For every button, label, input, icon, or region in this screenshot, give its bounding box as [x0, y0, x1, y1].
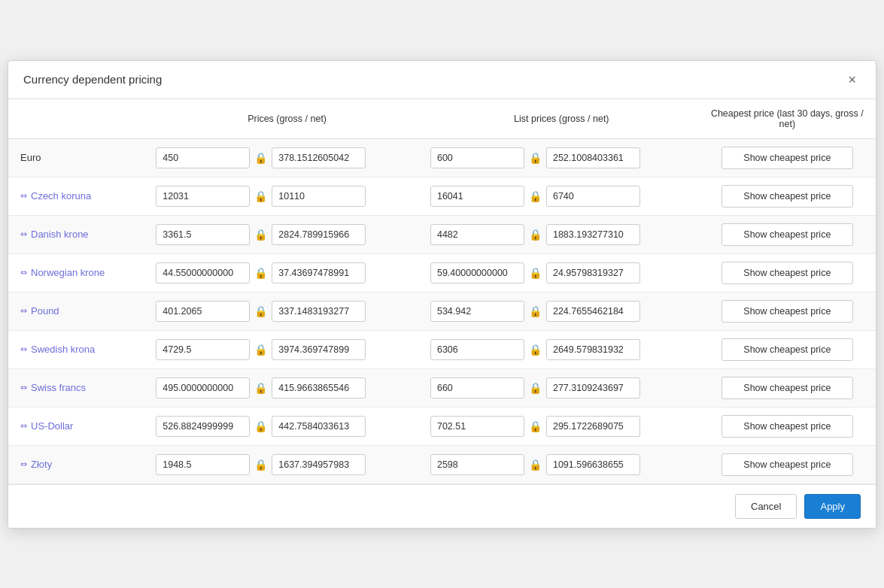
- prices-cell: 🔒: [150, 407, 424, 445]
- gross-price-input[interactable]: [156, 377, 250, 399]
- list-prices-group: 🔒: [430, 377, 693, 399]
- gross-price-input[interactable]: [156, 454, 250, 475]
- gross-price-input[interactable]: [156, 301, 250, 322]
- show-cheapest-price-button[interactable]: Show cheapest price: [721, 262, 853, 284]
- list-net-input[interactable]: [546, 339, 640, 360]
- list-gross-input[interactable]: [430, 262, 524, 283]
- list-prices-cell: 🔒: [424, 177, 699, 215]
- net-price-input[interactable]: [272, 147, 366, 168]
- lock-icon[interactable]: 🔒: [253, 190, 269, 202]
- prices-group: 🔒: [156, 339, 418, 360]
- net-price-input[interactable]: [272, 262, 366, 283]
- lock-icon[interactable]: 🔒: [253, 420, 269, 432]
- list-lock-icon[interactable]: 🔒: [527, 420, 543, 432]
- gross-price-input[interactable]: [156, 339, 250, 360]
- list-net-input[interactable]: [546, 416, 640, 437]
- prices-group: 🔒: [156, 454, 418, 475]
- col-header-list: List prices (gross / net): [424, 99, 699, 139]
- link-icon: ⇔: [20, 459, 27, 469]
- list-gross-input[interactable]: [430, 377, 524, 399]
- list-prices-group: 🔒: [430, 454, 693, 475]
- list-net-input[interactable]: [546, 301, 640, 322]
- cheapest-price-cell: Show cheapest price: [699, 138, 876, 177]
- lock-icon[interactable]: 🔒: [253, 152, 269, 164]
- list-gross-input[interactable]: [430, 454, 524, 475]
- table-row: ⇔ Swiss francs 🔒 🔒 Show cheapest price: [8, 368, 876, 407]
- list-lock-icon[interactable]: 🔒: [527, 305, 543, 317]
- show-cheapest-price-button[interactable]: Show cheapest price: [721, 300, 853, 323]
- show-cheapest-price-button[interactable]: Show cheapest price: [721, 147, 853, 169]
- close-button[interactable]: ×: [843, 71, 861, 88]
- net-price-input[interactable]: [272, 186, 366, 207]
- net-price-input[interactable]: [272, 339, 366, 360]
- list-net-input[interactable]: [546, 186, 640, 207]
- cheapest-price-cell: Show cheapest price: [699, 445, 876, 483]
- list-net-input[interactable]: [546, 262, 640, 283]
- list-lock-icon[interactable]: 🔒: [527, 459, 543, 471]
- cheapest-price-cell: Show cheapest price: [699, 407, 876, 445]
- gross-price-input[interactable]: [156, 262, 250, 283]
- prices-group: 🔒: [156, 416, 418, 437]
- list-prices-cell: 🔒: [424, 292, 699, 330]
- apply-button[interactable]: Apply: [804, 494, 861, 519]
- list-gross-input[interactable]: [430, 416, 524, 437]
- link-icon: ⇔: [20, 268, 27, 277]
- list-net-input[interactable]: [546, 147, 640, 168]
- list-lock-icon[interactable]: 🔒: [527, 190, 543, 202]
- prices-group: 🔒: [156, 262, 418, 283]
- table-row: ⇔ Złoty 🔒 🔒 Show cheapest price: [8, 445, 876, 483]
- list-lock-icon[interactable]: 🔒: [527, 267, 543, 279]
- currency-name: ⇔ Złoty: [20, 459, 144, 470]
- list-net-input[interactable]: [546, 454, 640, 475]
- show-cheapest-price-button[interactable]: Show cheapest price: [721, 185, 853, 208]
- net-price-input[interactable]: [272, 416, 366, 437]
- net-price-input[interactable]: [272, 301, 366, 322]
- show-cheapest-price-button[interactable]: Show cheapest price: [721, 415, 853, 438]
- show-cheapest-price-button[interactable]: Show cheapest price: [721, 377, 853, 399]
- gross-price-input[interactable]: [156, 224, 250, 245]
- show-cheapest-price-button[interactable]: Show cheapest price: [721, 453, 853, 476]
- prices-group: 🔒: [156, 147, 418, 168]
- lock-icon[interactable]: 🔒: [253, 459, 269, 471]
- list-gross-input[interactable]: [430, 301, 524, 322]
- net-price-input[interactable]: [272, 377, 366, 399]
- lock-icon[interactable]: 🔒: [253, 229, 269, 241]
- gross-price-input[interactable]: [156, 147, 250, 168]
- cancel-button[interactable]: Cancel: [735, 494, 797, 519]
- gross-price-input[interactable]: [156, 416, 250, 437]
- list-gross-input[interactable]: [430, 186, 524, 207]
- list-net-input[interactable]: [546, 224, 640, 245]
- currency-name-cell: ⇔ Danish krone: [8, 215, 150, 253]
- net-price-input[interactable]: [272, 224, 366, 245]
- prices-cell: 🔒: [150, 330, 424, 368]
- show-cheapest-price-button[interactable]: Show cheapest price: [721, 338, 853, 361]
- currency-name-cell: ⇔ Swedish krona: [8, 330, 150, 368]
- list-net-input[interactable]: [546, 377, 640, 399]
- lock-icon[interactable]: 🔒: [253, 267, 269, 279]
- currency-name: ⇔ Norwegian krone: [20, 267, 144, 278]
- gross-price-input[interactable]: [156, 186, 250, 207]
- lock-icon[interactable]: 🔒: [253, 305, 269, 317]
- cheapest-price-cell: Show cheapest price: [699, 292, 876, 330]
- list-prices-group: 🔒: [430, 147, 693, 168]
- list-prices-group: 🔒: [430, 224, 693, 245]
- list-gross-input[interactable]: [430, 224, 524, 245]
- lock-icon[interactable]: 🔒: [253, 382, 269, 394]
- list-lock-icon[interactable]: 🔒: [527, 382, 543, 394]
- list-lock-icon[interactable]: 🔒: [527, 152, 543, 164]
- show-cheapest-price-button[interactable]: Show cheapest price: [721, 223, 853, 246]
- list-gross-input[interactable]: [430, 147, 524, 168]
- list-prices-cell: 🔒: [424, 330, 699, 368]
- table-row: ⇔ Danish krone 🔒 🔒 Show cheapest price: [8, 215, 876, 253]
- list-prices-cell: 🔒: [424, 445, 699, 483]
- link-icon: ⇔: [20, 421, 27, 431]
- list-lock-icon[interactable]: 🔒: [527, 344, 543, 356]
- link-icon: ⇔: [20, 306, 27, 316]
- currency-name-cell: ⇔ Pound: [8, 292, 150, 330]
- list-lock-icon[interactable]: 🔒: [527, 229, 543, 241]
- currency-name: ⇔ Danish krone: [20, 229, 144, 240]
- list-prices-cell: 🔒: [424, 407, 699, 445]
- list-gross-input[interactable]: [430, 339, 524, 360]
- net-price-input[interactable]: [272, 454, 366, 475]
- lock-icon[interactable]: 🔒: [253, 344, 269, 356]
